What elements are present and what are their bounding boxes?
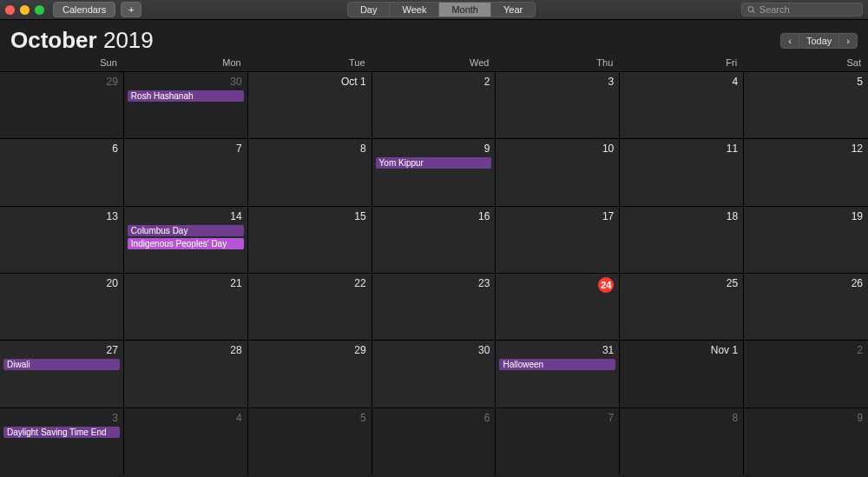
day-cell[interactable]: 14Columbus DayIndigenous Peoples' Day [124,206,248,273]
day-number: 2 [372,76,490,89]
day-cell[interactable]: 2 [372,71,496,138]
calendar-event[interactable]: Daylight Saving Time End [3,427,120,438]
day-cell[interactable]: 29 [0,71,124,138]
day-cell[interactable]: 6 [0,138,124,205]
day-cell[interactable]: Nov 1 [620,340,744,407]
day-number: 3 [0,412,118,426]
view-year-button[interactable]: Year [491,3,535,17]
weekday-header: SunMonTueWedThuFriSat [0,57,868,71]
day-cell[interactable]: 10 [496,138,620,205]
calendar-event[interactable]: Columbus Day [128,225,244,236]
day-cell[interactable]: 12 [744,138,868,205]
next-month-button[interactable]: › [838,33,858,49]
search-input[interactable] [760,4,857,15]
day-cell[interactable]: 8 [248,138,372,205]
day-number: 30 [124,76,242,89]
day-cell[interactable]: 9Yom Kippur [372,138,496,205]
day-cell[interactable]: 13 [0,206,124,273]
day-number: 18 [620,210,738,224]
day-cell[interactable]: 4 [620,71,744,138]
day-cell[interactable]: 4 [124,407,248,474]
calendar-event[interactable]: Indigenous Peoples' Day [128,238,244,249]
day-number: 8 [248,142,366,156]
day-cell[interactable]: 29 [248,340,372,407]
day-cell[interactable]: 8 [620,407,744,474]
day-number: 27 [0,344,118,358]
day-number-today: 24 [496,277,614,295]
day-cell[interactable]: 17 [496,206,620,273]
day-number: 5 [744,76,863,89]
day-number: 29 [0,76,118,89]
day-cell[interactable]: 7 [124,138,248,205]
day-number: 6 [0,142,118,156]
day-number: 15 [248,210,366,224]
day-cell[interactable]: 3Daylight Saving Time End [0,407,124,474]
toolbar: Calendars + Day Week Month Year [0,0,868,20]
day-number: 31 [496,344,614,358]
weekday-label: Tue [248,57,372,68]
day-cell[interactable]: 24 [496,273,620,340]
day-cell[interactable]: 27Diwali [0,340,124,407]
day-cell[interactable]: 30 [372,340,496,407]
calendar-event[interactable]: Halloween [499,359,615,370]
day-number: 9 [372,142,490,156]
calendar-event[interactable]: Rosh Hashanah [128,90,244,102]
day-cell[interactable]: 15 [248,206,372,273]
search-icon [747,5,756,15]
day-number: 12 [744,142,863,156]
day-number: 13 [0,210,118,224]
day-cell[interactable]: 30Rosh Hashanah [124,71,248,138]
day-cell[interactable]: 18 [620,206,744,273]
month-grid: 2930Rosh HashanahOct 123456789Yom Kippur… [0,71,868,474]
day-number: 2 [744,344,863,358]
minimize-icon[interactable] [20,5,30,15]
day-cell[interactable]: 5 [248,407,372,474]
day-cell[interactable]: 31Halloween [496,340,620,407]
weekday-label: Fri [620,57,744,68]
maximize-icon[interactable] [35,5,44,15]
day-cell[interactable]: 5 [744,71,868,138]
day-cell[interactable]: 3 [496,71,620,138]
calendar-event[interactable]: Yom Kippur [376,157,492,169]
day-cell[interactable]: 20 [0,273,124,340]
day-cell[interactable]: 7 [496,407,620,474]
day-cell[interactable]: 11 [620,138,744,205]
day-number: 7 [496,412,614,426]
day-number: 26 [744,277,863,291]
day-number: 5 [248,412,366,426]
month-header: October 2019 ‹ Today › [0,20,868,57]
day-number: 28 [124,344,242,358]
close-icon[interactable] [5,5,15,15]
day-cell[interactable]: 28 [124,340,248,407]
calendars-button[interactable]: Calendars [53,2,115,17]
day-number: 14 [124,210,242,224]
day-number: 4 [124,412,242,426]
view-day-button[interactable]: Day [348,3,391,17]
day-cell[interactable]: 16 [372,206,496,273]
day-number: 6 [372,412,490,426]
day-cell[interactable]: 19 [744,206,868,273]
weekday-label: Mon [124,57,248,68]
day-number: 20 [0,277,118,291]
day-cell[interactable]: 23 [372,273,496,340]
weekday-label: Sat [744,57,868,68]
view-week-button[interactable]: Week [390,3,439,17]
prev-month-button[interactable]: ‹ [780,33,799,49]
day-cell[interactable]: 26 [744,273,868,340]
today-button[interactable]: Today [799,33,838,49]
day-number: 9 [744,412,863,426]
day-cell[interactable]: Oct 1 [248,71,372,138]
day-cell[interactable]: 9 [744,407,868,474]
add-event-button[interactable]: + [121,2,141,17]
view-month-button[interactable]: Month [439,3,491,17]
day-cell[interactable]: 25 [620,273,744,340]
day-cell[interactable]: 21 [124,273,248,340]
day-number: 21 [124,277,242,291]
calendar-event[interactable]: Diwali [3,359,120,370]
month-nav: ‹ Today › [780,33,858,49]
search-field[interactable] [741,3,863,17]
day-cell[interactable]: 2 [744,340,868,407]
day-number: 10 [496,142,614,156]
day-cell[interactable]: 22 [248,273,372,340]
day-cell[interactable]: 6 [372,407,496,474]
